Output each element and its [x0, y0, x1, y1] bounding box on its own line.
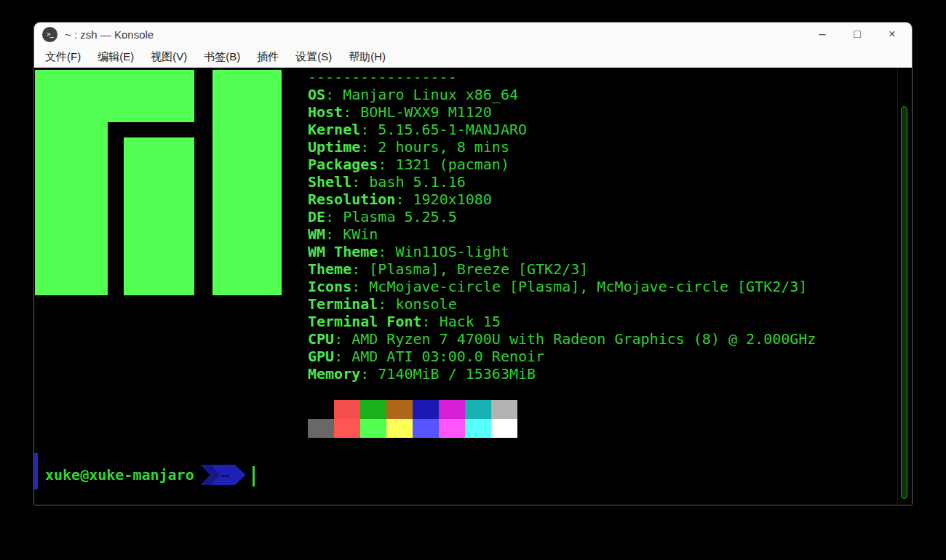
maximize-button[interactable]: □ — [848, 25, 867, 44]
manjaro-logo-block — [108, 70, 194, 122]
color-swatch — [465, 419, 491, 438]
color-swatch — [413, 400, 439, 419]
menu-item[interactable]: 书签(B) — [202, 49, 242, 65]
neofetch-line: Theme: [Plasma], Breeze [GTK2/3] — [308, 260, 816, 278]
color-swatch — [413, 419, 439, 438]
neofetch-line: Kernel: 5.15.65-1-MANJARO — [308, 121, 816, 138]
terminal-cursor — [253, 466, 255, 487]
menu-item[interactable]: 视图(V) — [148, 49, 189, 65]
menu-item[interactable]: 帮助(H) — [346, 49, 388, 65]
terminal-area[interactable]: -----------------OS: Manjaro Linux x86_6… — [34, 68, 912, 505]
color-swatch — [334, 419, 360, 438]
color-swatch — [439, 419, 465, 438]
color-swatch — [308, 419, 334, 438]
palette-row-normal — [308, 400, 517, 419]
neofetch-line: Packages: 1321 (pacman) — [308, 156, 816, 173]
neofetch-line: Shell: bash 5.1.16 — [308, 173, 816, 191]
neofetch-line: GPU: AMD ATI 03:00.0 Renoir — [308, 348, 816, 365]
color-swatch — [308, 400, 334, 419]
close-button[interactable]: × — [883, 25, 902, 44]
color-swatch — [334, 400, 360, 419]
window-title: ~ : zsh — Konsole — [65, 28, 154, 41]
color-swatch — [465, 400, 491, 419]
color-swatch — [491, 400, 517, 419]
neofetch-line: Uptime: 2 hours, 8 mins — [308, 138, 816, 156]
konsole-window: >_ ~ : zsh — Konsole – □ × 文件(F)编辑(E)视图(… — [33, 22, 913, 505]
menu-item[interactable]: 文件(F) — [43, 49, 83, 65]
konsole-app-icon: >_ — [42, 27, 57, 42]
manjaro-logo-block — [35, 70, 108, 295]
scrollbar-handle[interactable] — [901, 106, 907, 499]
manjaro-logo-block — [124, 137, 194, 295]
prompt-path: ~ — [221, 467, 229, 483]
neofetch-line: Resolution: 1920x1080 — [308, 191, 816, 208]
title-bar[interactable]: >_ ~ : zsh — Konsole – □ × — [34, 23, 912, 46]
neofetch-line: WM Theme: Win11OS-light — [308, 243, 816, 260]
neofetch-line: DE: Plasma 5.25.5 — [308, 208, 816, 225]
menu-bar: 文件(F)编辑(E)视图(V)书签(B)插件设置(S)帮助(H) — [34, 46, 912, 68]
color-swatch — [439, 400, 465, 419]
prompt-user-host: xuke@xuke-manjaro — [45, 465, 194, 485]
neofetch-line: Host: BOHL-WXX9 M1120 — [308, 103, 816, 121]
neofetch-info: -----------------OS: Manjaro Linux x86_6… — [308, 68, 816, 383]
prompt-path-segment: ~ — [201, 465, 246, 485]
color-swatch — [360, 400, 386, 419]
color-swatch — [386, 400, 413, 419]
neofetch-line: Terminal Font: Hack 15 — [308, 313, 816, 330]
color-swatch — [491, 419, 517, 438]
color-swatch — [386, 419, 413, 438]
neofetch-line: Icons: McMojave-circle [Plasma], McMojav… — [308, 278, 816, 295]
neofetch-line: CPU: AMD Ryzen 7 4700U with Radeon Graph… — [308, 330, 816, 348]
neofetch-line: WM: KWin — [308, 225, 816, 243]
prompt-left-bar — [34, 453, 38, 489]
color-swatch — [360, 419, 386, 438]
manjaro-logo-block — [212, 70, 282, 295]
prompt-line: xuke@xuke-manjaro ~ — [45, 465, 246, 485]
scrollbar-track[interactable] — [898, 68, 912, 505]
neofetch-line: Memory: 7140MiB / 15363MiB — [308, 365, 816, 383]
menu-item[interactable]: 编辑(E) — [95, 49, 136, 65]
minimize-button[interactable]: – — [813, 25, 832, 44]
menu-item[interactable]: 插件 — [255, 49, 281, 65]
window-controls: – □ × — [813, 23, 902, 46]
neofetch-separator: ----------------- — [308, 68, 816, 86]
neofetch-line: Terminal: konsole — [308, 295, 816, 313]
palette-row-bright — [308, 419, 517, 438]
menu-item[interactable]: 设置(S) — [293, 49, 334, 65]
neofetch-line: OS: Manjaro Linux x86_64 — [308, 86, 816, 103]
